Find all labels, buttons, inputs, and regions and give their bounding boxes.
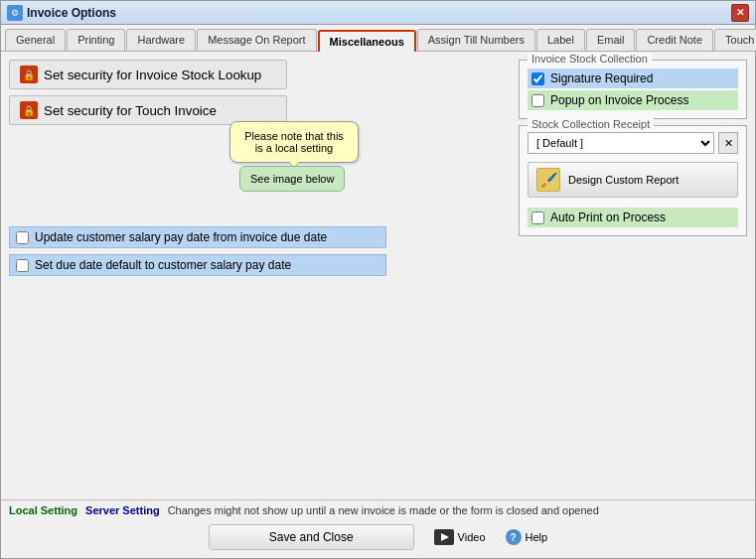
- set-security-invoice-label: Set security for Invoice Stock Lookup: [44, 68, 261, 82]
- video-label: Video: [458, 531, 486, 543]
- checkbox-set-due-date: Set due date default to customer salary …: [9, 254, 386, 276]
- video-icon: [434, 529, 454, 545]
- legend-server: Server Setting: [85, 504, 160, 516]
- set-due-date-checkbox[interactable]: [16, 259, 29, 272]
- see-image-callout: See image below: [239, 166, 345, 192]
- tab-miscellaneous[interactable]: Miscellaneous: [318, 30, 416, 52]
- security-icon-2: 🔒: [20, 101, 38, 119]
- report-dropdown[interactable]: [ Default ]: [528, 132, 714, 154]
- spacer-small2: [528, 198, 738, 206]
- invoice-options-window: ⚙ Invoice Options ✕ General Printing Har…: [0, 0, 756, 559]
- tab-hardware[interactable]: Hardware: [126, 29, 196, 51]
- signature-required-label: Signature Required: [550, 71, 653, 85]
- help-label: Help: [526, 531, 548, 543]
- tab-label[interactable]: Label: [536, 29, 585, 51]
- help-button[interactable]: ? Help: [506, 529, 548, 545]
- bottom-buttons: Save and Close Video ? Help: [9, 520, 747, 554]
- popup-invoice-checkbox[interactable]: [531, 94, 544, 107]
- set-due-date-label: Set due date default to customer salary …: [35, 258, 291, 272]
- tooltip-text: Please note that this is a local setting: [244, 130, 344, 154]
- popup-invoice-label: Popup on Invoice Process: [550, 93, 688, 107]
- auto-print-label: Auto Print on Process: [550, 210, 666, 224]
- set-security-invoice-button[interactable]: 🔒 Set security for Invoice Stock Lookup: [9, 60, 287, 89]
- dropdown-row: [ Default ] ✕: [528, 132, 738, 154]
- group-title-stock-collection: Invoice Stock Collection: [528, 53, 652, 65]
- bottom-bar: Local Setting Server Setting Changes mig…: [1, 499, 755, 558]
- right-panel: Invoice Stock Collection Signature Requi…: [519, 60, 747, 491]
- tab-assign-till-numbers[interactable]: Assign Till Numbers: [417, 29, 535, 51]
- signature-required-row: Signature Required: [528, 69, 738, 88]
- design-custom-report-label: Design Custom Report: [568, 174, 679, 186]
- svg-marker-0: [441, 533, 449, 541]
- tab-credit-note[interactable]: Credit Note: [636, 29, 713, 51]
- window-title: Invoice Options: [27, 6, 116, 20]
- stock-collection-receipt-group: Stock Collection Receipt [ Default ] ✕ 🖌…: [519, 125, 747, 236]
- tab-message-on-report[interactable]: Message On Report: [197, 29, 316, 51]
- title-bar: ⚙ Invoice Options ✕: [1, 1, 755, 25]
- spacer-small: [528, 154, 738, 162]
- auto-print-row: Auto Print on Process: [528, 208, 738, 227]
- tab-touch-invoice[interactable]: Touch Invoice: [714, 29, 756, 51]
- invoice-stock-collection-group: Invoice Stock Collection Signature Requi…: [519, 60, 747, 119]
- save-and-close-button[interactable]: Save and Close: [209, 524, 414, 550]
- left-panel: 🔒 Set security for Invoice Stock Lookup …: [9, 60, 509, 491]
- help-icon: ?: [506, 529, 522, 545]
- window-icon: ⚙: [7, 5, 23, 21]
- video-button[interactable]: Video: [434, 529, 486, 545]
- tab-printing[interactable]: Printing: [67, 29, 125, 51]
- tab-general[interactable]: General: [5, 29, 66, 51]
- auto-print-checkbox[interactable]: [531, 211, 544, 224]
- title-bar-left: ⚙ Invoice Options: [7, 5, 116, 21]
- update-salary-checkbox[interactable]: [16, 231, 29, 244]
- close-button[interactable]: ✕: [731, 4, 749, 22]
- group-title-receipt: Stock Collection Receipt: [528, 118, 654, 130]
- tooltip-bubble: Please note that this is a local setting: [229, 121, 359, 163]
- security-icon-1: 🔒: [20, 66, 38, 83]
- tab-email[interactable]: Email: [586, 29, 636, 51]
- popup-invoice-row: Popup on Invoice Process: [528, 90, 738, 110]
- checkbox-update-salary: Update customer salary pay date from inv…: [9, 226, 386, 248]
- tabs-bar: General Printing Hardware Message On Rep…: [1, 25, 755, 52]
- content-area: 🔒 Set security for Invoice Stock Lookup …: [1, 52, 755, 499]
- legend-local: Local Setting: [9, 504, 77, 516]
- legend-description: Changes might not show up until a new in…: [168, 504, 599, 516]
- set-security-touch-label: Set security for Touch Invoice: [44, 103, 217, 118]
- signature-required-checkbox[interactable]: [531, 72, 544, 85]
- clear-dropdown-button[interactable]: ✕: [718, 132, 738, 154]
- design-icon: 🖌️: [536, 168, 560, 192]
- update-salary-label: Update customer salary pay date from inv…: [35, 230, 327, 244]
- bottom-legend: Local Setting Server Setting Changes mig…: [9, 504, 747, 516]
- design-custom-report-button[interactable]: 🖌️ Design Custom Report: [528, 162, 738, 198]
- see-image-text: See image below: [250, 173, 334, 185]
